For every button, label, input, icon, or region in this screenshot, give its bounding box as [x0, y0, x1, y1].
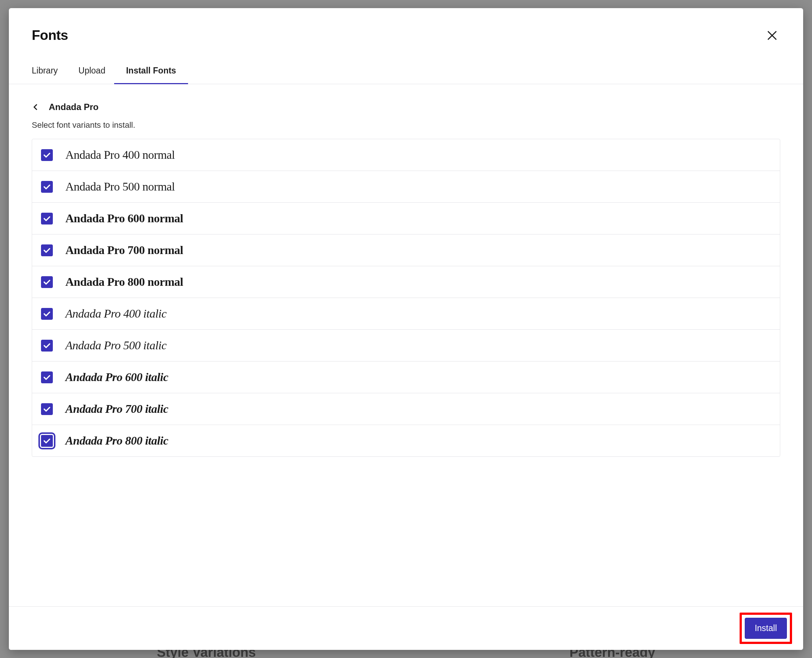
install-button[interactable]: Install — [745, 618, 787, 639]
check-icon — [43, 215, 51, 222]
font-variant-list: Andada Pro 400 normalAndada Pro 500 norm… — [32, 139, 780, 457]
variant-label: Andada Pro 800 italic — [65, 434, 168, 448]
font-variant-row[interactable]: Andada Pro 400 italic — [32, 298, 780, 330]
variant-label: Andada Pro 600 normal — [65, 212, 183, 225]
font-variant-row[interactable]: Andada Pro 500 italic — [32, 330, 780, 362]
variant-label: Andada Pro 500 normal — [65, 180, 175, 193]
variant-label: Andada Pro 800 normal — [65, 275, 183, 289]
variant-label: Andada Pro 400 italic — [65, 307, 166, 321]
chevron-left-icon — [32, 103, 40, 111]
check-icon — [43, 405, 51, 413]
variant-checkbox[interactable] — [41, 308, 53, 320]
variant-checkbox[interactable] — [41, 371, 53, 383]
back-breadcrumb[interactable]: Andada Pro — [32, 102, 780, 112]
font-variant-row[interactable]: Andada Pro 500 normal — [32, 171, 780, 203]
instruction-text: Select font variants to install. — [32, 121, 780, 130]
check-icon — [43, 310, 51, 318]
variant-label: Andada Pro 700 italic — [65, 402, 168, 416]
variant-label: Andada Pro 700 normal — [65, 243, 183, 257]
fonts-modal: Fonts Library Upload Install Fonts Andad… — [9, 8, 803, 650]
breadcrumb-label: Andada Pro — [49, 102, 99, 112]
check-icon — [43, 342, 51, 350]
variant-label: Andada Pro 400 normal — [65, 148, 175, 162]
modal-content: Andada Pro Select font variants to insta… — [9, 84, 803, 606]
tab-library[interactable]: Library — [32, 60, 58, 84]
modal-title: Fonts — [32, 28, 68, 43]
close-button[interactable] — [764, 27, 780, 44]
check-icon — [43, 151, 51, 159]
font-variant-row[interactable]: Andada Pro 700 normal — [32, 235, 780, 266]
tabs: Library Upload Install Fonts — [9, 60, 803, 84]
variant-checkbox[interactable] — [41, 340, 53, 351]
variant-checkbox[interactable] — [41, 276, 53, 288]
check-icon — [43, 437, 51, 445]
tab-upload[interactable]: Upload — [79, 60, 105, 84]
font-variant-row[interactable]: Andada Pro 600 normal — [32, 203, 780, 235]
check-icon — [43, 278, 51, 286]
modal-header: Fonts — [9, 8, 803, 44]
font-variant-row[interactable]: Andada Pro 800 normal — [32, 266, 780, 298]
font-variant-row[interactable]: Andada Pro 700 italic — [32, 393, 780, 425]
modal-footer: Install — [9, 606, 803, 650]
font-variant-row[interactable]: Andada Pro 600 italic — [32, 362, 780, 393]
variant-label: Andada Pro 500 italic — [65, 338, 166, 352]
variant-checkbox[interactable] — [41, 149, 53, 161]
variant-checkbox[interactable] — [41, 181, 53, 193]
variant-checkbox[interactable] — [41, 213, 53, 224]
variant-label: Andada Pro 600 italic — [65, 370, 168, 384]
variant-checkbox[interactable] — [41, 244, 53, 256]
check-icon — [43, 373, 51, 381]
variant-checkbox[interactable] — [41, 435, 53, 447]
font-variant-row[interactable]: Andada Pro 400 normal — [32, 139, 780, 171]
close-icon — [766, 29, 778, 42]
check-icon — [43, 246, 51, 254]
variant-checkbox[interactable] — [41, 403, 53, 415]
install-button-highlight: Install — [740, 613, 792, 644]
tab-install-fonts[interactable]: Install Fonts — [126, 60, 176, 84]
font-variant-row[interactable]: Andada Pro 800 italic — [32, 425, 780, 456]
check-icon — [43, 183, 51, 191]
